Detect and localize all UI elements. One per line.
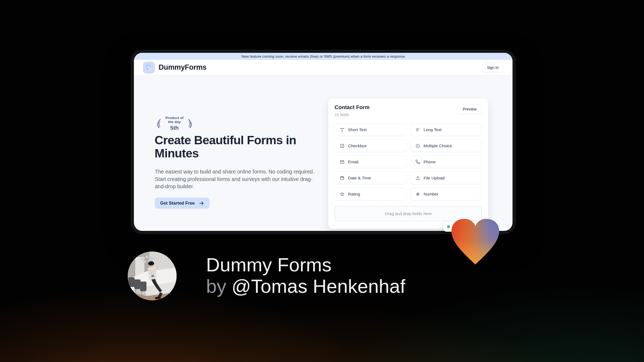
field-type-file-upload[interactable]: File Upload	[410, 172, 482, 184]
form-builder-card: Contact Form 10 fields Preview Short Tex…	[328, 98, 488, 229]
get-started-label: Get Started Free	[160, 201, 195, 206]
field-type-label: Multiple Choice	[424, 143, 452, 148]
field-type-date-time[interactable]: Date & Time	[335, 172, 407, 184]
field-type-label: Phone	[424, 160, 436, 164]
checkbox-icon	[340, 143, 345, 148]
promo-canvas: New feature coming soon: receive emails …	[0, 0, 644, 362]
browser-window: New feature coming soon: receive emails …	[131, 50, 516, 234]
field-type-number[interactable]: Number	[410, 188, 482, 200]
field-type-email[interactable]: Email	[335, 156, 407, 168]
credit-handle: @Tomas Henkenhaf	[232, 276, 405, 297]
field-type-label: Rating	[348, 192, 360, 197]
announcement-banner: New feature coming soon: receive emails …	[134, 53, 513, 60]
form-card-titles: Contact Form 10 fields	[335, 104, 369, 117]
site-page: New feature coming soon: receive emails …	[134, 53, 513, 231]
announcement-text: New feature coming soon: receive emails …	[241, 54, 405, 58]
award-title: Product of the day	[163, 116, 186, 124]
gradient-heart-icon	[449, 218, 501, 265]
brand-name: DummyForms	[159, 63, 207, 72]
product-of-the-day-badge: Product of the day 5th	[155, 116, 194, 131]
avatar	[128, 252, 177, 300]
field-type-phone[interactable]: Phone	[410, 156, 482, 168]
field-type-label: Long Text	[424, 127, 442, 132]
credit-by: by	[206, 276, 226, 297]
credit-title: Dummy Forms	[206, 254, 405, 276]
hero-description: The easiest way to build and share onlin…	[155, 168, 332, 190]
field-type-short-text[interactable]: Short Text	[335, 123, 407, 136]
field-type-multiple-choice[interactable]: Multiple Choice	[410, 139, 482, 152]
preview-button[interactable]: Preview	[457, 104, 482, 114]
site-header: DummyForms Sign In	[134, 60, 513, 75]
field-type-grid: Short Text Long Text Checkbox	[335, 123, 482, 200]
brand-logo[interactable]	[143, 62, 155, 73]
field-type-checkbox[interactable]: Checkbox	[335, 139, 407, 152]
laurel-right-icon	[188, 116, 194, 130]
field-type-rating[interactable]: Rating	[335, 188, 407, 200]
form-title: Contact Form	[335, 104, 369, 110]
short-text-icon	[340, 127, 345, 132]
laurel-left-icon	[155, 116, 161, 130]
arrow-right-icon	[199, 201, 204, 206]
file-upload-icon	[415, 176, 420, 180]
dropzone-label: Drag and drop fields here	[385, 211, 432, 216]
sign-in-button[interactable]: Sign In	[482, 63, 503, 72]
email-icon	[340, 160, 345, 164]
multiple-choice-icon	[415, 143, 420, 148]
field-type-long-text[interactable]: Long Text	[410, 123, 482, 136]
field-type-label: Email	[348, 160, 358, 164]
get-started-button[interactable]: Get Started Free	[155, 198, 210, 209]
credit-byline: by @Tomas Henkenhaf	[206, 276, 405, 297]
field-type-label: Number	[424, 192, 438, 197]
long-text-icon	[415, 127, 420, 132]
dashed-select-cursor-icon	[145, 64, 152, 71]
field-type-label: Checkbox	[348, 143, 367, 148]
field-type-label: Short Text	[348, 127, 367, 132]
hash-icon	[415, 192, 420, 197]
form-card-header: Contact Form 10 fields Preview	[335, 104, 482, 117]
credit-block: Dummy Forms by @Tomas Henkenhaf	[206, 254, 405, 297]
hero-title: Create Beautiful Forms in Minutes	[155, 134, 332, 160]
award-rank: 5th	[163, 125, 186, 131]
form-field-count: 10 fields	[335, 113, 369, 117]
avatar-photo-illustration	[128, 252, 177, 300]
field-type-label: File Upload	[424, 176, 445, 180]
phone-icon	[415, 160, 420, 164]
calendar-icon	[340, 176, 345, 180]
star-icon	[340, 192, 345, 197]
award-text: Product of the day 5th	[163, 116, 186, 131]
field-type-label: Date & Time	[348, 176, 371, 180]
